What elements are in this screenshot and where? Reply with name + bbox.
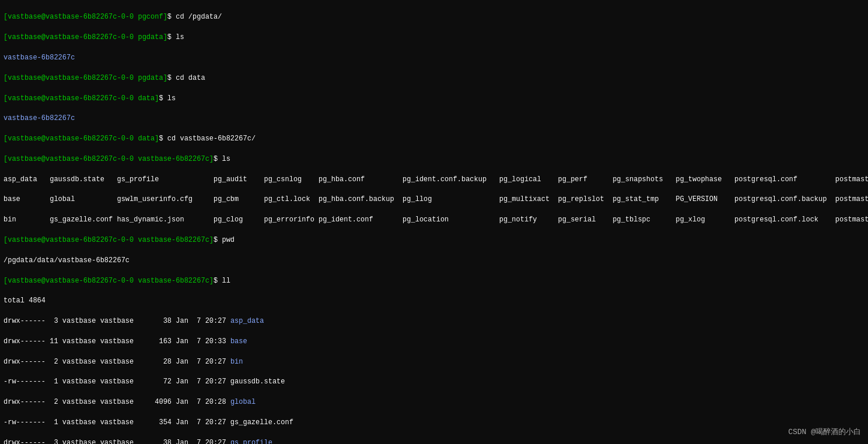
line-7: [vastbase@vastbase-6b82267c-0-0 data]$ c… — [4, 134, 864, 144]
line-14: [vastbase@vastbase-6b82267c-0-0 vastbase… — [4, 276, 864, 286]
line-12: [vastbase@vastbase-6b82267c-0-0 vastbase… — [4, 235, 864, 245]
line-1: [vastbase@vastbase-6b82267c-0-0 pgconf]$… — [4, 12, 864, 22]
line-4: [vastbase@vastbase-6b82267c-0-0 pgdata]$… — [4, 73, 864, 83]
watermark: CSDN @喝醉酒的小白 — [788, 427, 861, 437]
line-17: drwx------ 11 vastbase vastbase 163 Jan … — [4, 337, 864, 347]
line-19: -rw------- 1 vastbase vastbase 72 Jan 7 … — [4, 377, 864, 387]
line-3: vastbase-6b82267c — [4, 53, 864, 63]
line-10: base global gswlm_userinfo.cfg pg_cbm pg… — [4, 195, 864, 205]
line-16: drwx------ 3 vastbase vastbase 38 Jan 7 … — [4, 316, 864, 326]
line-9: asp_data gaussdb.state gs_profile pg_aud… — [4, 175, 864, 185]
line-15: total 4864 — [4, 296, 864, 306]
line-2: [vastbase@vastbase-6b82267c-0-0 pgdata]$… — [4, 33, 864, 43]
line-5: [vastbase@vastbase-6b82267c-0-0 data]$ l… — [4, 94, 864, 104]
terminal-window[interactable]: [vastbase@vastbase-6b82267c-0-0 pgconf]$… — [0, 0, 868, 444]
line-18: drwx------ 2 vastbase vastbase 28 Jan 7 … — [4, 357, 864, 367]
line-22: drwx------ 3 vastbase vastbase 38 Jan 7 … — [4, 438, 864, 444]
line-11: bin gs_gazelle.conf has_dynamic.json pg_… — [4, 215, 864, 225]
line-21: -rw------- 1 vastbase vastbase 354 Jan 7… — [4, 418, 864, 428]
line-20: drwx------ 2 vastbase vastbase 4096 Jan … — [4, 397, 864, 407]
line-6: vastbase-6b82267c — [4, 114, 864, 124]
line-13: /pgdata/data/vastbase-6b82267c — [4, 256, 864, 266]
line-8: [vastbase@vastbase-6b82267c-0-0 vastbase… — [4, 154, 864, 164]
